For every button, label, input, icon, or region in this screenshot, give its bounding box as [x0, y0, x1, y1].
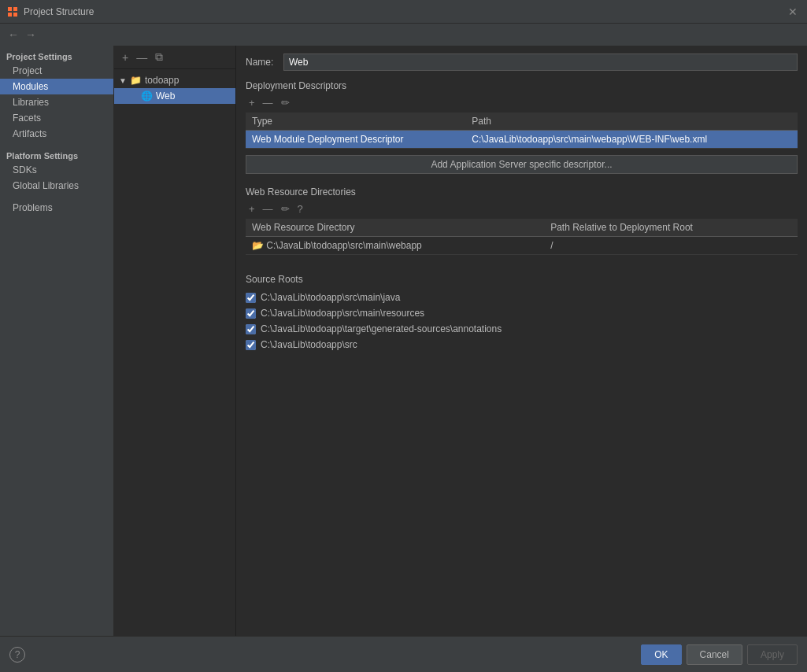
wr-col-path: Path Relative to Deployment Root [544, 219, 798, 237]
tree-remove-button[interactable]: — [133, 50, 150, 65]
bottom-left: ? [9, 647, 25, 663]
window-title: Project Structure [24, 6, 94, 17]
module-tree-panel: + — ⧉ ▼ 📁 todoapp ▶ 🌐 Web [114, 46, 236, 636]
web-module-icon: 🌐 [141, 90, 153, 102]
sidebar-divider-2 [0, 194, 113, 200]
name-input[interactable] [283, 54, 798, 71]
svg-rect-2 [8, 13, 12, 17]
source-root-java-checkbox[interactable] [246, 293, 256, 303]
bottom-bar: ? OK Cancel Apply [0, 636, 807, 672]
source-root-src-checkbox[interactable] [246, 340, 256, 350]
content-area: Project Settings Project Modules Librari… [0, 46, 807, 636]
source-root-java: C:\JavaLib\todoapp\src\main\java [246, 290, 798, 305]
wr-col-directory: Web Resource Directory [246, 219, 544, 237]
wr-row-directory: 📂 C:\JavaLib\todoapp\src\main\webapp [246, 237, 544, 255]
source-root-java-label: C:\JavaLib\todoapp\src\main\java [261, 292, 400, 303]
deployment-toolbar: + — ✏ [246, 96, 798, 109]
tree-item-web-label: Web [156, 90, 175, 102]
name-row: Name: [246, 54, 798, 71]
dd-add-button[interactable]: + [246, 96, 258, 109]
project-settings-label: Project Settings [0, 49, 113, 63]
wr-add-button[interactable]: + [246, 202, 258, 216]
tree-copy-button[interactable]: ⧉ [152, 49, 166, 65]
close-button[interactable]: ✕ [785, 4, 801, 20]
deployment-row-type: Web Module Deployment Descriptor [246, 131, 465, 149]
title-bar: Project Structure ✕ [0, 0, 807, 24]
nav-bar: ← → [0, 24, 807, 46]
wr-remove-button[interactable]: — [260, 202, 276, 216]
source-root-annotations-label: C:\JavaLib\todoapp\target\generated-sour… [261, 323, 502, 334]
sidebar-divider [0, 142, 113, 148]
tree-item-todoapp[interactable]: ▼ 📁 todoapp [114, 72, 235, 88]
tree-item-label: todoapp [145, 75, 179, 86]
deployment-row-path: C:\JavaLib\todoapp\src\main\webapp\WEB-I… [465, 131, 798, 149]
tree-content: ▼ 📁 todoapp ▶ 🌐 Web [114, 69, 235, 636]
apply-button[interactable]: Apply [747, 644, 798, 665]
deployment-table: Type Path Web Module Deployment Descript… [246, 113, 798, 149]
web-resource-table-row[interactable]: 📂 C:\JavaLib\todoapp\src\main\webapp / [246, 237, 798, 255]
deployment-col-path: Path [465, 113, 798, 131]
deployment-descriptors-title: Deployment Descriptors [246, 80, 798, 91]
main-container: ← → Project Settings Project Modules Lib… [0, 24, 807, 672]
source-root-src: C:\JavaLib\todoapp\src [246, 337, 798, 353]
web-resource-toolbar: + — ✏ ? [246, 202, 798, 216]
web-resource-dir-title: Web Resource Directories [246, 186, 798, 198]
source-root-resources-checkbox[interactable] [246, 308, 256, 319]
source-root-annotations: C:\JavaLib\todoapp\target\generated-sour… [246, 321, 798, 337]
forward-button[interactable]: → [24, 27, 38, 42]
back-button[interactable]: ← [6, 27, 20, 42]
dd-remove-button[interactable]: — [260, 96, 276, 109]
sidebar-item-sdks[interactable]: SDKs [0, 162, 113, 178]
platform-settings-label: Platform Settings [0, 148, 113, 162]
bottom-right: OK Cancel Apply [641, 644, 798, 665]
tree-item-web[interactable]: ▶ 🌐 Web [114, 88, 235, 104]
sidebar: Project Settings Project Modules Librari… [0, 46, 114, 636]
web-resource-table: Web Resource Directory Path Relative to … [246, 219, 798, 255]
wr-edit-button[interactable]: ✏ [278, 202, 293, 216]
sidebar-item-libraries[interactable]: Libraries [0, 94, 113, 110]
folder-icon: 📁 [130, 75, 142, 86]
source-root-annotations-checkbox[interactable] [246, 324, 256, 334]
sidebar-item-problems[interactable]: Problems [0, 200, 113, 216]
source-root-resources: C:\JavaLib\todoapp\src\main\resources [246, 305, 798, 321]
wr-row-path: / [544, 237, 798, 255]
tree-add-button[interactable]: + [119, 50, 131, 65]
svg-rect-1 [13, 7, 17, 11]
deployment-col-type: Type [246, 113, 465, 131]
help-button[interactable]: ? [9, 647, 25, 663]
name-label: Name: [246, 57, 277, 68]
folder-blue-icon: 📂 [252, 240, 266, 251]
spacer [246, 261, 798, 274]
svg-rect-3 [13, 13, 17, 17]
sidebar-item-facets[interactable]: Facets [0, 110, 113, 126]
ok-button[interactable]: OK [641, 644, 681, 665]
source-root-resources-label: C:\JavaLib\todoapp\src\main\resources [261, 308, 424, 319]
source-root-src-label: C:\JavaLib\todoapp\src [261, 339, 357, 350]
detail-panel: Name: Deployment Descriptors + — ✏ Type … [236, 46, 807, 636]
sidebar-item-project[interactable]: Project [0, 63, 113, 79]
wr-help-button[interactable]: ? [294, 202, 306, 216]
dd-edit-button[interactable]: ✏ [278, 96, 293, 109]
sidebar-item-global-libraries[interactable]: Global Libraries [0, 178, 113, 194]
add-descriptor-button[interactable]: Add Application Server specific descript… [246, 155, 798, 174]
svg-rect-0 [8, 7, 12, 11]
sidebar-item-modules[interactable]: Modules [0, 79, 113, 94]
source-roots-title: Source Roots [246, 274, 798, 285]
tree-arrow-icon: ▼ [119, 76, 127, 85]
sidebar-item-artifacts[interactable]: Artifacts [0, 126, 113, 142]
app-icon [6, 6, 19, 18]
tree-toolbar: + — ⧉ [114, 46, 235, 69]
cancel-button[interactable]: Cancel [687, 644, 742, 665]
deployment-table-row[interactable]: Web Module Deployment Descriptor C:\Java… [246, 131, 798, 149]
